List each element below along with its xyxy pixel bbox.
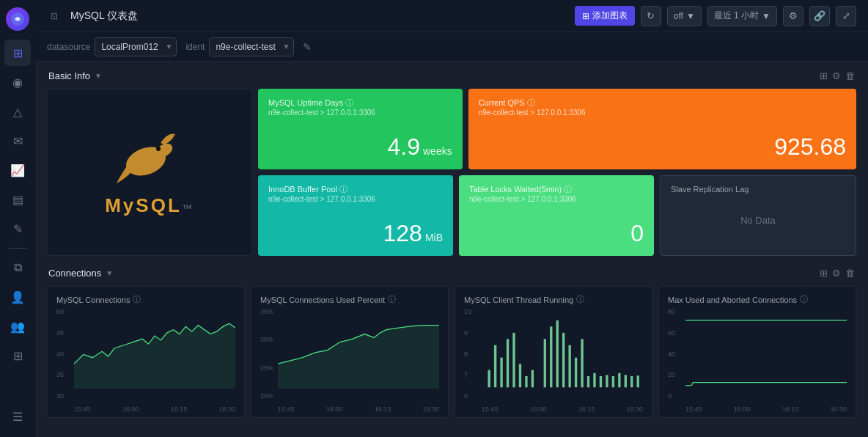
sidebar-item-alert[interactable]: △ <box>4 98 31 125</box>
connections-actions: ⊞ ⚙ 🗑 <box>820 268 855 279</box>
expand-button[interactable]: ⤢ <box>836 6 856 26</box>
connections-percent-area: 35%30%25%20% 15:4516:0016:1516:30 <box>260 308 439 413</box>
basic-info-section: Basic Info ▼ ⊞ ⚙ 🗑 <box>47 70 856 256</box>
max-connections-svg <box>685 308 847 389</box>
mysql-connections-area: 5045403530 15:4516:0016:1516:30 <box>56 308 235 413</box>
ident-label: ident <box>185 42 205 52</box>
mysql-logo: MySQL™ <box>105 128 194 217</box>
svg-rect-12 <box>525 376 527 387</box>
innodb-value: 128 MiB <box>268 220 443 247</box>
svg-rect-15 <box>550 326 552 387</box>
svg-rect-17 <box>562 333 564 387</box>
delete-icon[interactable]: 🗑 <box>845 268 855 279</box>
time-range-select[interactable]: 最近 1 小时 ▼ <box>707 6 777 26</box>
qps-card: Current QPS ⓘ n9e-collect-test > 127.0.0… <box>468 89 856 169</box>
svg-rect-20 <box>581 339 583 387</box>
settings-button[interactable]: ⚙ <box>783 6 803 26</box>
sidebar-item-grid[interactable]: ⊞ <box>4 342 31 369</box>
filter-edit-icon[interactable]: ✎ <box>303 41 312 53</box>
info-icon[interactable]: ⓘ <box>800 294 808 305</box>
uptime-unit: weeks <box>423 145 452 157</box>
basic-info-header: Basic Info ▼ ⊞ ⚙ 🗑 <box>47 70 856 81</box>
window-icon[interactable]: ⊡ <box>47 9 62 23</box>
chevron-down-icon: ▼ <box>686 11 695 21</box>
slave-lag-title: Slave Replication Lag <box>671 185 845 194</box>
svg-rect-11 <box>519 364 521 387</box>
sidebar-item-layers[interactable]: ⧉ <box>4 254 31 281</box>
sidebar: ⊞ ◉ △ ✉ 📈 ▤ ✎ ⧉ 👤 👥 ⊞ ☰ <box>0 0 35 437</box>
connections-percent-chart: MySQL Connections Used Percent ⓘ 35%30%2… <box>251 286 449 418</box>
app-logo[interactable] <box>6 7 29 31</box>
add-chart-button[interactable]: ⊞ 添加图表 <box>575 6 635 26</box>
svg-rect-21 <box>587 376 589 387</box>
basic-info-actions: ⊞ ⚙ 🗑 <box>820 70 855 81</box>
svg-rect-9 <box>507 339 509 387</box>
info-icon[interactable]: ⓘ <box>576 294 584 305</box>
ident-select[interactable]: n9e-collect-test <box>209 37 294 56</box>
sidebar-item-chart[interactable]: 📈 <box>4 157 31 183</box>
off-select[interactable]: off ▼ <box>667 6 702 26</box>
add-panel-icon[interactable]: ⊞ <box>820 268 828 279</box>
info-icon[interactable]: ⓘ <box>339 185 347 194</box>
qps-value: 925.68 <box>479 133 846 161</box>
svg-point-3 <box>156 147 161 151</box>
svg-rect-28 <box>630 376 633 387</box>
svg-rect-19 <box>575 358 577 388</box>
info-icon[interactable]: ⓘ <box>345 98 353 107</box>
sidebar-item-edit[interactable]: ✎ <box>4 216 31 242</box>
page-title: MySQL 仪表盘 <box>70 10 566 23</box>
max-connections-area: 806040200 15:4516:0016:1516:30 <box>668 308 847 413</box>
client-thread-svg <box>482 308 643 389</box>
y-axis-labels: 5045403530 <box>56 308 74 400</box>
innodb-subtitle: n9e-collect-test > 127.0.0.1:3306 <box>268 195 443 203</box>
datasource-select-wrap: LocalProm012 ▼ <box>95 37 177 56</box>
svg-rect-16 <box>556 320 559 387</box>
sidebar-item-user[interactable]: 👤 <box>4 284 31 310</box>
add-icon: ⊞ <box>582 11 589 21</box>
x-axis-labels: 15:4516:0016:1516:30 <box>685 405 847 413</box>
svg-rect-26 <box>618 373 620 387</box>
chevron-down-icon: ▼ <box>95 72 102 80</box>
svg-rect-13 <box>532 370 534 388</box>
share-link-button[interactable]: 🔗 <box>809 6 830 26</box>
basic-info-title[interactable]: Basic Info ▼ <box>48 70 102 81</box>
sidebar-item-menu[interactable]: ☰ <box>4 403 31 430</box>
mysql-connections-chart: MySQL Connections ⓘ 5045403530 15:4516:0… <box>47 286 245 418</box>
sidebar-item-group[interactable]: 👥 <box>4 313 31 339</box>
datasource-label: datasource <box>47 42 90 52</box>
settings-icon[interactable]: ⚙ <box>832 70 841 81</box>
topbar: ⊡ MySQL 仪表盘 ⊞ 添加图表 ↻ off ▼ 最近 1 小时 ▼ ⚙ 🔗… <box>35 0 868 32</box>
svg-rect-6 <box>488 370 490 388</box>
svg-rect-10 <box>512 333 515 387</box>
info-icon[interactable]: ⓘ <box>564 185 572 194</box>
delete-icon[interactable]: 🗑 <box>845 70 855 81</box>
mysql-brand-text: MySQL™ <box>105 194 194 217</box>
info-icon[interactable]: ⓘ <box>388 294 396 305</box>
add-panel-icon[interactable]: ⊞ <box>820 70 828 81</box>
y-axis-labels: 806040200 <box>668 308 685 400</box>
svg-line-32 <box>691 383 693 386</box>
svg-rect-22 <box>593 373 595 387</box>
connections-title[interactable]: Connections ▼ <box>48 268 113 279</box>
datasource-select[interactable]: LocalProm012 <box>95 37 177 56</box>
settings-icon[interactable]: ⚙ <box>832 268 841 279</box>
svg-rect-14 <box>544 339 546 387</box>
refresh-button[interactable]: ↻ <box>641 6 661 26</box>
uptime-subtitle: n9e-collect-test > 127.0.0.1:3306 <box>268 109 452 117</box>
table-locks-title: Table Locks Waited(5min) ⓘ <box>469 184 644 195</box>
client-thread-area: 109876 <box>464 308 643 413</box>
max-connections-chart: Max Used and Aborted Connections ⓘ 80604… <box>658 286 856 418</box>
svg-marker-5 <box>278 326 439 389</box>
sidebar-item-table[interactable]: ▤ <box>4 186 31 213</box>
sidebar-item-mail[interactable]: ✉ <box>4 128 31 154</box>
x-axis-labels: 15:4516:0016:1516:30 <box>74 405 235 413</box>
info-icon[interactable]: ⓘ <box>133 294 141 305</box>
slave-lag-card: Slave Replication Lag No Data <box>660 175 856 256</box>
info-icon[interactable]: ⓘ <box>527 98 535 107</box>
ident-filter: ident n9e-collect-test ▼ <box>185 37 294 56</box>
sidebar-item-monitor[interactable]: ◉ <box>4 69 31 95</box>
slave-lag-no-data: No Data <box>740 215 776 226</box>
innodb-title: InnoDB Buffer Pool ⓘ <box>268 184 443 195</box>
sidebar-item-dashboard[interactable]: ⊞ <box>4 40 31 66</box>
uptime-title: MySQL Uptime Days ⓘ <box>268 98 452 109</box>
